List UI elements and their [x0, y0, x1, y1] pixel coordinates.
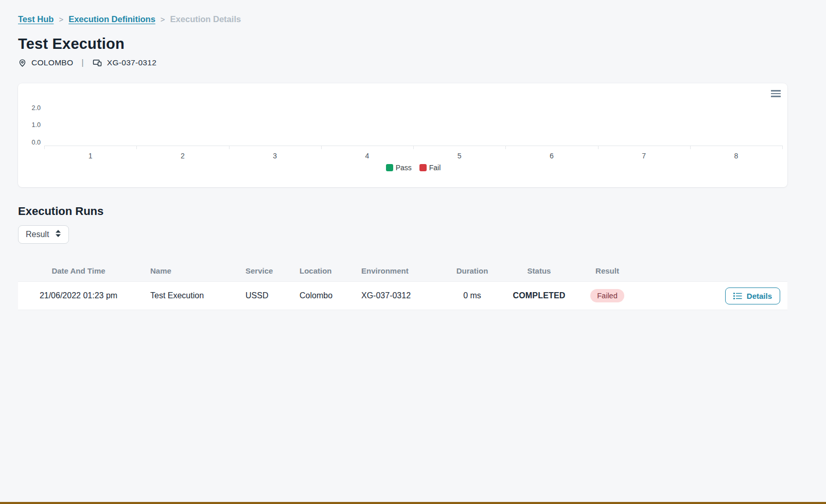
legend-label: Fail [429, 164, 441, 172]
col-header-status: Status [502, 260, 576, 282]
col-header-service: Service [234, 260, 288, 282]
y-tick-label: 1.0 [18, 121, 41, 129]
col-header-environment: Environment [350, 260, 443, 282]
result-failed-badge: Failed [590, 289, 624, 302]
table-row: 21/06/2022 01:23 pm Test Execution USSD … [18, 282, 787, 310]
breadcrumb-separator: > [59, 15, 63, 24]
cell-location: Colombo [288, 282, 350, 310]
breadcrumb-link-test-hub[interactable]: Test Hub [18, 14, 54, 24]
list-icon [733, 292, 742, 300]
cell-actions: Details [638, 282, 787, 310]
chart-menu-icon[interactable] [771, 90, 781, 97]
col-header-actions [638, 260, 787, 282]
legend-label: Pass [396, 164, 412, 172]
breadcrumb: Test Hub > Execution Definitions > Execu… [18, 14, 787, 24]
sort-dropdown-label: Result [26, 230, 49, 239]
page-content: Test Hub > Execution Definitions > Execu… [0, 0, 787, 310]
y-tick-label: 0.0 [18, 138, 41, 147]
x-tick-label: 3 [229, 152, 321, 160]
cell-result: Failed [576, 282, 638, 310]
x-tick-label: 1 [44, 152, 136, 160]
bottom-accent-bar [0, 502, 826, 504]
meta-separator: | [81, 58, 83, 68]
table-header-row: Date And Time Name Service Location Envi… [18, 260, 787, 282]
cell-service: USSD [234, 282, 288, 310]
devices-icon [92, 58, 102, 67]
location-pin-icon [18, 58, 27, 68]
execution-runs-title: Execution Runs [18, 205, 787, 218]
x-tick-label: 8 [690, 152, 782, 160]
cell-date: 21/06/2022 01:23 pm [18, 282, 139, 310]
breadcrumb-separator: > [161, 15, 165, 24]
col-header-location: Location [288, 260, 350, 282]
cell-duration: 0 ms [443, 282, 502, 310]
location-meta: COLOMBO [18, 58, 73, 68]
fail-swatch-icon [419, 164, 427, 171]
col-header-name: Name [139, 260, 234, 282]
cell-status: COMPLETED [502, 282, 576, 310]
location-value: COLOMBO [31, 58, 73, 67]
x-tick-label: 6 [505, 152, 597, 160]
chart-legend: Pass Fail [44, 164, 782, 172]
breadcrumb-current-execution-details: Execution Details [170, 14, 241, 24]
sort-arrows-icon [55, 230, 61, 239]
x-tick-label: 7 [598, 152, 690, 160]
results-chart: 2.0 1.0 0.0 1 2 3 4 5 6 7 8 [18, 83, 787, 187]
header-meta: COLOMBO | XG-037-0312 [18, 58, 787, 68]
environment-value: XG-037-0312 [107, 58, 156, 67]
legend-item-fail[interactable]: Fail [419, 164, 441, 172]
col-header-date: Date And Time [18, 260, 139, 282]
details-button-label: Details [747, 292, 772, 300]
cell-environment: XG-037-0312 [350, 282, 443, 310]
x-tick-label: 5 [413, 152, 505, 160]
col-header-result: Result [576, 260, 638, 282]
chart-x-axis-line [44, 146, 782, 146]
legend-item-pass[interactable]: Pass [386, 164, 412, 172]
execution-runs-table: Date And Time Name Service Location Envi… [18, 260, 787, 310]
pass-swatch-icon [386, 164, 393, 171]
breadcrumb-link-execution-definitions[interactable]: Execution Definitions [68, 14, 155, 24]
chart-x-axis-labels: 1 2 3 4 5 6 7 8 [44, 152, 782, 160]
page-title: Test Execution [18, 35, 787, 52]
environment-meta: XG-037-0312 [92, 58, 156, 67]
cell-name: Test Execution [139, 282, 234, 310]
details-button[interactable]: Details [725, 287, 780, 304]
x-tick-label: 4 [321, 152, 413, 160]
result-sort-dropdown[interactable]: Result [18, 225, 69, 244]
x-tick-label: 2 [136, 152, 229, 160]
y-tick-label: 2.0 [18, 104, 41, 112]
status-value: COMPLETED [513, 291, 565, 300]
col-header-duration: Duration [443, 260, 502, 282]
